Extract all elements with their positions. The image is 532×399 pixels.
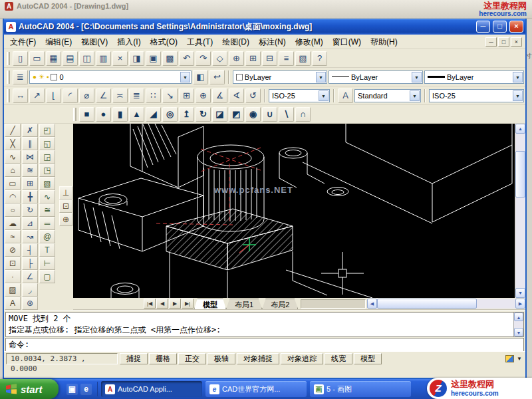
publish-button[interactable]: ▥ xyxy=(96,51,111,66)
lineweight-combo-arrow[interactable]: ▼ xyxy=(513,72,523,82)
scroll-right-button[interactable]: ▶ xyxy=(515,299,525,309)
dim-style-combo-arrow[interactable]: ▼ xyxy=(319,90,329,101)
rotate-button[interactable]: ↻ xyxy=(22,203,38,217)
menu-dimension[interactable]: 标注(N) xyxy=(254,36,291,48)
named-ucs-button[interactable]: ⊡ xyxy=(59,200,72,213)
color-combo[interactable]: ByLayer ▼ xyxy=(233,70,327,84)
explode-button[interactable]: ⊛ xyxy=(22,297,38,310)
intersect-button[interactable]: ∩ xyxy=(295,107,311,122)
tab-layout1[interactable]: 布局1 xyxy=(226,299,262,309)
linetype-combo-arrow[interactable]: ▼ xyxy=(412,72,422,82)
extrude-button[interactable]: ↥ xyxy=(179,107,194,122)
aligned-dimension-button[interactable]: ↗ xyxy=(29,88,45,103)
menu-insert[interactable]: 插入(I) xyxy=(112,36,145,48)
scale-button[interactable]: ⊿ xyxy=(22,217,38,230)
subtract-button[interactable]: ∖ xyxy=(279,107,294,122)
maximize-button[interactable]: □ xyxy=(493,21,507,33)
doc-minimize-button[interactable]: ─ xyxy=(485,37,497,47)
taskbar-button-paint[interactable]: 画 5 - 画图 xyxy=(310,381,411,397)
center-mark-button[interactable]: ⊕ xyxy=(196,88,211,103)
command-input[interactable]: 命令: xyxy=(5,338,524,352)
layer-combo-arrow[interactable]: ▼ xyxy=(180,72,190,82)
interfere-button[interactable]: ◉ xyxy=(245,107,261,122)
plot-button[interactable]: ▤ xyxy=(63,51,78,66)
edit-hatch-button[interactable]: ▧ xyxy=(39,177,55,190)
taskbar-button-browser[interactable]: e CAD世界官方网... xyxy=(205,381,307,397)
move-button[interactable]: ╋ xyxy=(22,190,38,203)
dimension-update-button[interactable]: ↺ xyxy=(245,88,261,103)
vertical-scrollbar[interactable]: ▲ ▼ xyxy=(515,124,525,298)
edit-attribute-button[interactable]: @ xyxy=(39,230,55,243)
horizontal-scrollbar[interactable]: ◀ ▶ xyxy=(367,299,525,309)
make-object-layer-current-button[interactable]: ◧ xyxy=(193,70,208,84)
last-tab-button[interactable]: ▶| xyxy=(182,299,194,309)
ellipse-button[interactable]: ⊘ xyxy=(5,243,21,257)
spline-button[interactable]: ≈ xyxy=(5,230,21,243)
zoom-realtime-button[interactable]: ⊕ xyxy=(229,51,244,66)
trim-button[interactable]: ┤ xyxy=(22,243,38,257)
distance-button[interactable]: ⊢ xyxy=(39,257,55,270)
toolbar-drag-handle[interactable] xyxy=(7,52,10,65)
scroll-left-button[interactable]: ◀ xyxy=(367,299,377,309)
status-menu-arrow[interactable]: ▼ xyxy=(517,356,522,362)
color-combo-arrow[interactable]: ▼ xyxy=(316,72,326,82)
save-button[interactable]: ▦ xyxy=(46,51,61,66)
status-snap-button[interactable]: 捕捉 xyxy=(120,353,148,364)
layer-combo[interactable]: ●☀▪ 0 ▼ xyxy=(29,70,192,84)
erase-button[interactable]: ✗ xyxy=(22,124,38,137)
paste-button[interactable]: ▣ xyxy=(146,51,161,66)
extend-button[interactable]: ├ xyxy=(22,257,38,270)
linear-dimension-button[interactable]: ↔ xyxy=(13,88,28,103)
edit-spline-button[interactable]: ≅ xyxy=(39,203,55,217)
next-tab-button[interactable]: ▶ xyxy=(169,299,181,309)
status-lineweight-button[interactable]: 线宽 xyxy=(325,353,352,364)
show-desktop-icon[interactable]: ▣ xyxy=(66,384,78,395)
ucs-button[interactable]: ⊥ xyxy=(59,186,72,200)
draworder-under-button[interactable]: ◳ xyxy=(39,164,55,177)
current-dim-style-combo-arrow[interactable]: ▼ xyxy=(513,90,523,101)
scroll-down-button[interactable]: ▼ xyxy=(515,288,525,298)
fillet-button[interactable]: ◞ xyxy=(22,283,38,297)
lineweight-combo[interactable]: ByLayer ▼ xyxy=(424,70,524,84)
quick-leader-button[interactable]: ↘ xyxy=(162,88,178,103)
match-properties-button[interactable]: ▩ xyxy=(162,51,178,66)
layer-previous-button[interactable]: ↩ xyxy=(209,70,225,84)
array-button[interactable]: ⊞ xyxy=(22,177,38,190)
zoom-previous-button[interactable]: ⊟ xyxy=(262,51,277,66)
line-tool-button[interactable]: ╱ xyxy=(5,124,21,137)
internet-explorer-icon[interactable]: e xyxy=(80,384,92,395)
union-button[interactable]: ∪ xyxy=(262,107,277,122)
menu-edit[interactable]: 编辑(E) xyxy=(41,36,76,48)
first-tab-button[interactable]: |◀ xyxy=(144,299,156,309)
taskbar-button-autocad[interactable]: A AutoCAD Appli... xyxy=(101,381,202,397)
wedge-solid-button[interactable]: ◢ xyxy=(146,107,161,122)
area-button[interactable]: ▢ xyxy=(39,270,55,283)
rectangle-button[interactable]: ▭ xyxy=(5,177,21,190)
command-scroll-down-button[interactable]: ▼ xyxy=(514,328,523,336)
radius-dimension-button[interactable]: ◜ xyxy=(63,88,78,103)
new-file-button[interactable]: ▯ xyxy=(13,51,28,66)
section-button[interactable]: ◩ xyxy=(229,107,244,122)
status-polar-button[interactable]: 极轴 xyxy=(207,353,235,364)
text-style-combo[interactable]: Standard ▼ xyxy=(354,89,421,102)
menu-file[interactable]: 文件(F) xyxy=(5,36,41,48)
revision-cloud-button[interactable]: ☁ xyxy=(5,217,21,230)
close-button[interactable]: × xyxy=(509,21,523,33)
edit-text-button[interactable]: T xyxy=(39,243,55,257)
angular-dimension-button[interactable]: ∠ xyxy=(96,88,111,103)
menu-tools[interactable]: 工具(T) xyxy=(182,36,217,48)
draworder-back-button[interactable]: ◱ xyxy=(39,137,55,150)
status-ortho-button[interactable]: 正交 xyxy=(178,353,206,364)
tab-layout2[interactable]: 布局2 xyxy=(262,299,298,309)
baseline-dimension-button[interactable]: ≣ xyxy=(129,88,144,103)
designcenter-button[interactable]: ▧ xyxy=(295,51,311,66)
menu-modify[interactable]: 修改(M) xyxy=(291,36,328,48)
toolbar-drag-handle[interactable] xyxy=(7,89,10,102)
box-solid-button[interactable]: ■ xyxy=(79,107,94,122)
redo-button[interactable]: ↷ xyxy=(196,51,211,66)
properties-button[interactable]: ≡ xyxy=(279,51,294,66)
open-file-button[interactable]: ▭ xyxy=(29,51,45,66)
text-style-combo-arrow[interactable]: ▼ xyxy=(410,90,420,101)
copy-button[interactable]: ◨ xyxy=(129,51,144,66)
horizontal-scroll-thumb[interactable] xyxy=(377,299,477,309)
